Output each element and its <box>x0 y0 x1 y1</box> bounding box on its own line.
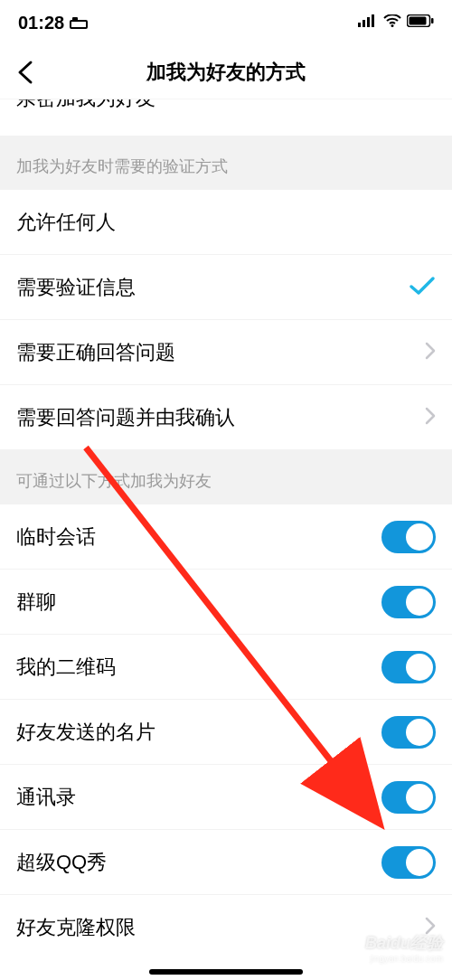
row-label: 需要回答问题并由我确认 <box>16 404 235 431</box>
check-icon <box>409 275 436 300</box>
row-label: 我的二维码 <box>16 654 116 681</box>
row-super-qq-show[interactable]: 超级QQ秀 <box>0 830 452 895</box>
row-answer-question[interactable]: 需要正确回答问题 <box>0 320 452 385</box>
watermark: Baidu经验 jingyan.baidu.com <box>365 932 443 964</box>
row-allow-anyone[interactable]: 允许任何人 <box>0 190 452 255</box>
svg-rect-4 <box>367 17 370 27</box>
svg-rect-3 <box>363 20 365 27</box>
status-right <box>358 14 434 31</box>
row-temp-chat[interactable]: 临时会话 <box>0 504 452 570</box>
home-indicator <box>149 969 303 975</box>
toggle-qrcode[interactable] <box>381 651 436 683</box>
chevron-right-icon <box>425 342 436 363</box>
row-need-verify[interactable]: 需要验证信息 <box>0 255 452 320</box>
toggle-friend-card[interactable] <box>381 716 436 749</box>
chevron-right-icon <box>425 407 436 429</box>
toggle-group-chat[interactable] <box>381 586 436 618</box>
svg-rect-5 <box>372 14 374 27</box>
watermark-sub: jingyan.baidu.com <box>365 954 443 964</box>
row-answer-confirm[interactable]: 需要回答问题并由我确认 <box>0 385 452 450</box>
svg-rect-1 <box>72 17 78 22</box>
watermark-brand: Baidu经验 <box>365 934 443 952</box>
svg-rect-8 <box>410 17 427 25</box>
back-button[interactable] <box>13 59 40 86</box>
cutoff-label: 亲密加我为好友 <box>16 99 155 112</box>
wifi-icon <box>383 14 401 31</box>
svg-point-6 <box>391 24 394 27</box>
section2-header: 可通过以下方式加我为好友 <box>0 450 452 504</box>
section1-header: 加我为好友时需要的验证方式 <box>0 136 452 190</box>
cutoff-row[interactable]: 亲密加我为好友 <box>0 99 452 136</box>
bed-icon <box>70 13 89 33</box>
row-label: 群聊 <box>16 589 56 616</box>
row-qrcode[interactable]: 我的二维码 <box>0 635 452 700</box>
row-contacts[interactable]: 通讯录 <box>0 765 452 830</box>
content: 亲密加我为好友 加我为好友时需要的验证方式 允许任何人 需要验证信息 需要正确回… <box>0 99 452 980</box>
signal-icon <box>358 14 378 31</box>
status-bar: 01:28 <box>0 0 452 45</box>
battery-icon <box>407 14 434 31</box>
toggle-contacts[interactable] <box>381 781 436 814</box>
screen: 01:28 加我为好友的方式 亲密加我为好友 <box>0 0 452 980</box>
row-label: 超级QQ秀 <box>16 849 107 876</box>
toggle-temp-chat[interactable] <box>381 521 436 553</box>
row-label: 需要正确回答问题 <box>16 339 175 366</box>
page-title: 加我为好友的方式 <box>146 59 306 86</box>
row-label: 好友发送的名片 <box>16 719 155 746</box>
row-friend-card[interactable]: 好友发送的名片 <box>0 700 452 765</box>
row-label: 好友克隆权限 <box>16 914 136 941</box>
svg-rect-2 <box>358 23 361 27</box>
row-label: 通讯录 <box>16 784 76 811</box>
status-left: 01:28 <box>18 13 89 33</box>
row-label: 临时会话 <box>16 523 96 551</box>
svg-rect-9 <box>431 18 434 24</box>
svg-rect-0 <box>71 21 87 28</box>
nav-bar: 加我为好友的方式 <box>0 45 452 99</box>
toggle-super-qq-show[interactable] <box>381 846 436 879</box>
status-time: 01:28 <box>18 13 64 33</box>
row-label: 允许任何人 <box>16 209 116 236</box>
row-group-chat[interactable]: 群聊 <box>0 570 452 635</box>
row-label: 需要验证信息 <box>16 274 136 301</box>
